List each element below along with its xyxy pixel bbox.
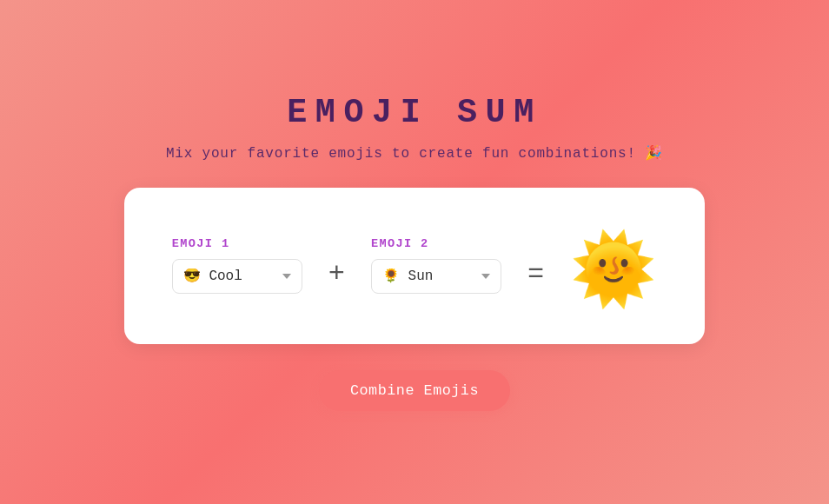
combine-button[interactable]: Combine Emojis [319,370,510,411]
emoji2-select[interactable]: 🌻 Sun 🌙 Moon 🌧️ Rain ❄️ Snow ☁️ Cloud [371,259,501,294]
subtitle: Mix your favorite emojis to create fun c… [166,144,663,162]
header-section: EMOJI SUM Mix your favorite emojis to cr… [166,94,663,162]
result-emoji: 🌞 [570,240,657,309]
equals-operator: = [527,258,544,290]
emoji1-label: EMOJI 1 [172,237,230,250]
plus-operator: + [328,258,345,290]
emoji1-section: EMOJI 1 😎 Cool 😀 Happy ❤️ Heart 🔥 Fire ⭐… [172,237,302,294]
emoji2-section: EMOJI 2 🌻 Sun 🌙 Moon 🌧️ Rain ❄️ Snow ☁️ … [371,237,501,294]
emoji1-select[interactable]: 😎 Cool 😀 Happy ❤️ Heart 🔥 Fire ⭐ Star [172,259,302,294]
emoji2-label: EMOJI 2 [371,237,429,250]
app-title: EMOJI SUM [166,94,663,132]
emoji-card: EMOJI 1 😎 Cool 😀 Happy ❤️ Heart 🔥 Fire ⭐… [124,188,705,344]
